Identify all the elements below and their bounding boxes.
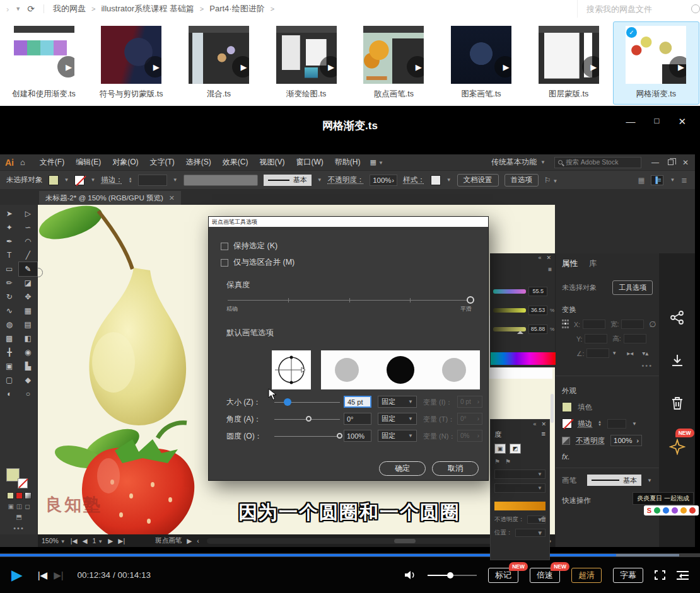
next-page-icon[interactable]: ▶ [108, 537, 113, 544]
browser-extension-toolbar[interactable]: S [644, 505, 699, 515]
flag-icon[interactable]: ⚑ [505, 458, 511, 465]
tab-library[interactable]: 库 [589, 258, 597, 269]
preferences-button[interactable]: 首选项 [505, 174, 539, 187]
roundness-slider[interactable] [274, 436, 340, 437]
speed-button[interactable]: 倍速NEW [530, 568, 560, 583]
close-tab-icon[interactable]: ✕ [169, 194, 175, 202]
x-field[interactable] [583, 320, 605, 329]
color-value-field[interactable]: 36.53 [528, 306, 547, 315]
quality-button[interactable]: 超清 [571, 568, 602, 583]
stroke-swatch[interactable] [562, 418, 572, 429]
menu-item[interactable]: 对象(O) [107, 157, 144, 168]
stroke-swatch[interactable] [74, 175, 85, 185]
color-value-field[interactable]: 85.88 [528, 325, 547, 334]
height-field[interactable] [624, 334, 646, 343]
merge-only-checkbox[interactable] [221, 259, 228, 267]
workspace-switcher[interactable]: 传统基本功能▼ [491, 157, 545, 168]
panel-menu-icon[interactable]: ≡ [542, 430, 545, 439]
color-slider[interactable] [493, 289, 526, 294]
thumbnail-image[interactable]: ▶ [101, 26, 161, 84]
plugin-icon[interactable] [689, 507, 696, 514]
flag-icon[interactable]: ⚑ [494, 458, 500, 465]
play-overlay-icon[interactable]: ▶ [669, 56, 686, 78]
angle-field[interactable]: 0° [344, 413, 371, 425]
stroke-label[interactable]: 描边 [578, 419, 592, 429]
color-slider[interactable] [493, 327, 526, 331]
list-icon[interactable]: ≣ [681, 176, 687, 185]
brush-dropdown[interactable]: 基本 [587, 475, 641, 486]
cancel-button[interactable]: 取消 [432, 461, 479, 476]
slice-tool[interactable]: ◆ [19, 373, 38, 387]
color-chip[interactable] [7, 492, 14, 499]
thumbnail-card[interactable]: ✓ ▶ 图案画笔.ts [438, 21, 525, 105]
play-overlay-icon[interactable]: ▶ [144, 56, 161, 78]
play-overlay-icon[interactable]: ▶ [320, 56, 337, 78]
playlist-icon[interactable] [677, 571, 689, 580]
stroke-stepper[interactable]: ▲▼ [129, 177, 132, 183]
magic-wand-tool[interactable]: ✦ [0, 221, 19, 234]
share-icon[interactable] [670, 310, 685, 325]
more-options-icon[interactable]: ••• [562, 362, 653, 369]
play-overlay-icon[interactable]: ▶ [582, 56, 599, 78]
link-disabled-icon[interactable]: ∅ [649, 320, 656, 329]
thumbnail-card[interactable]: ✓ ▶ 渐变绘图.ts [263, 21, 349, 105]
collapse-panel-icon[interactable]: « [533, 421, 536, 427]
thumbnail-image[interactable]: ▶ [363, 26, 424, 84]
tab-properties[interactable]: 属性 [562, 258, 578, 269]
delete-icon[interactable]: 🗑 [540, 515, 547, 522]
last-page-icon[interactable]: ▶| [118, 537, 125, 544]
menu-item[interactable]: 编辑(E) [70, 157, 107, 168]
close-icon[interactable]: ✕ [678, 116, 686, 127]
pen-tool[interactable]: ✒ [0, 234, 19, 248]
plugin-icon[interactable] [654, 507, 660, 514]
brush-angle-preview[interactable] [272, 350, 311, 389]
play-overlay-icon[interactable]: ▶ [57, 56, 74, 78]
arrange-documents-icon[interactable]: ▦ ▼ [370, 158, 383, 166]
rectangle-tool[interactable]: ▭ [0, 262, 19, 276]
column-graph-tool[interactable]: ▙ [19, 359, 38, 373]
eyedropper-tool[interactable]: ╋ [0, 345, 19, 359]
breadcrumb-item[interactable]: illustrator系统课程 基础篇> [101, 3, 204, 14]
trash-icon[interactable] [670, 396, 684, 411]
close-panel-icon[interactable]: ✕ [541, 421, 546, 427]
refresh-icon[interactable]: ⟳ [27, 4, 35, 14]
shape-builder-tool[interactable]: ◍ [0, 318, 19, 331]
minimize-icon[interactable]: — [626, 116, 636, 127]
scroll-left-icon[interactable]: ‹ [197, 537, 199, 544]
gradient-tool[interactable]: ◧ [19, 331, 38, 345]
pencil-tool[interactable]: ✏ [0, 276, 19, 290]
video-player[interactable]: 网格渐变.ts — □ ✕ Ai ⌂ 文件(F)编辑(E)对象(O)文字(T)选… [0, 106, 700, 553]
color-slider[interactable] [493, 308, 526, 313]
color-value-field[interactable]: 55.5 [528, 287, 547, 296]
menu-item[interactable]: 文字(T) [144, 157, 180, 168]
width-tool[interactable]: ∿ [0, 304, 19, 318]
grid-icon[interactable]: ▦ [638, 176, 645, 185]
thumbnail-card[interactable]: ✓ ▶ 符号与剪切蒙版.ts [88, 21, 175, 105]
roundness-slider-handle[interactable] [337, 433, 342, 439]
history-dropdown-icon[interactable]: ▼ [15, 6, 21, 12]
collapse-panel-icon[interactable]: « [538, 255, 541, 262]
thumbnail-card[interactable]: ✓ ▶ 散点画笔.ts [351, 21, 437, 105]
thumbnail-image[interactable]: ▶ [14, 26, 74, 84]
gradient-chip[interactable] [16, 492, 23, 499]
fill-stroke-swatches[interactable] [6, 468, 28, 488]
maximize-icon[interactable]: □ [655, 116, 660, 127]
forward-icon[interactable]: › [6, 4, 9, 14]
reference-point-icon[interactable] [562, 320, 569, 329]
previous-video-button[interactable]: |◀ [38, 570, 47, 581]
flip-horizontal-icon[interactable]: ▸◂ [627, 350, 633, 357]
home-icon[interactable]: ⌂ [20, 158, 25, 167]
volume-slider[interactable] [428, 575, 477, 576]
brush-preview[interactable] [184, 175, 258, 186]
status-expand-icon[interactable]: ▶ [187, 537, 192, 544]
angle-field[interactable] [586, 348, 609, 358]
captions-button[interactable]: 字幕 [613, 568, 643, 583]
prev-page-icon[interactable]: ◀ [83, 537, 88, 544]
menu-item[interactable]: 效果(C) [217, 157, 254, 168]
selection-tool[interactable]: ➤ [0, 207, 19, 221]
opacity-field[interactable]: 100%› [610, 435, 642, 446]
scale-tool[interactable]: ✥ [19, 290, 38, 304]
fidelity-slider[interactable] [228, 300, 470, 301]
thumbnail-card[interactable]: ✓ ▶ 混合.ts [175, 21, 262, 105]
opacity-label[interactable]: 不透明度 [576, 436, 605, 446]
